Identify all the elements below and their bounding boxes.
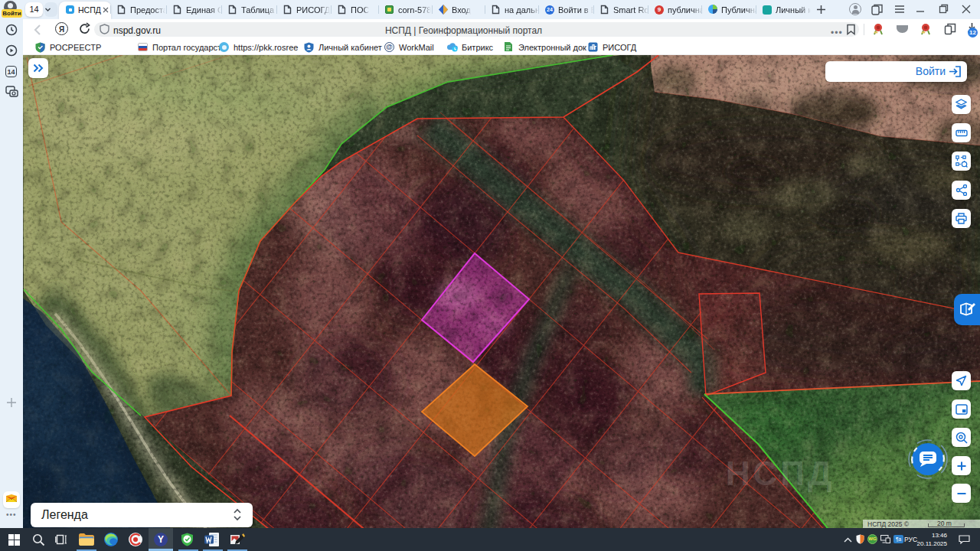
svg-text:НСПД: НСПД xyxy=(726,455,835,492)
